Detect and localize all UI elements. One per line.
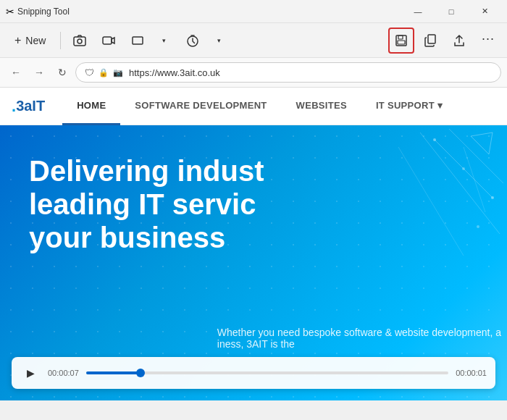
svg-line-10 [420, 133, 500, 234]
svg-point-16 [462, 167, 465, 170]
save-icon [395, 34, 408, 47]
hero-subtitle-1: Whether you need bespoke software & webs… [217, 327, 501, 338]
nav-home[interactable]: HOME [62, 88, 120, 125]
video-button[interactable] [96, 28, 122, 54]
timer-icon [185, 33, 200, 48]
address-bar[interactable]: 🛡 🔒 📷 https://www.3ait.co.uk [75, 62, 501, 83]
video-player: ▶ 00:00:07 00:00:01 [12, 357, 495, 389]
progress-fill [86, 371, 141, 374]
svg-point-14 [433, 138, 436, 141]
hero-title: Delivering indust leading IT servic your… [29, 154, 264, 254]
rect-dropdown-button[interactable]: ▾ [151, 28, 177, 54]
cam-icon: 📷 [113, 68, 123, 77]
site-logo: .3aIT [12, 97, 45, 116]
play-icon: ▶ [27, 367, 35, 379]
share-button[interactable] [446, 28, 472, 54]
share-icon [453, 34, 466, 47]
more-button[interactable]: ··· [475, 28, 501, 54]
nav-it-support[interactable]: IT SUPPORT ▾ [361, 88, 457, 125]
svg-rect-0 [74, 37, 85, 46]
svg-rect-2 [103, 37, 112, 44]
forward-button[interactable]: → [29, 62, 49, 83]
svg-line-13 [398, 147, 464, 256]
camera-button[interactable] [67, 28, 93, 54]
video-icon [101, 33, 116, 48]
svg-rect-7 [398, 41, 405, 44]
svg-rect-8 [428, 35, 435, 43]
toolbar: + New ▾ ▾ [0, 23, 507, 58]
rect-button[interactable] [125, 28, 151, 54]
hero-title-line1: Delivering indust [29, 155, 264, 187]
current-time: 00:00:07 [48, 369, 79, 377]
svg-line-11 [449, 129, 503, 183]
lock-icon: 🔒 [99, 68, 109, 77]
close-button[interactable]: ✕ [468, 0, 501, 23]
url-text: https://www.3ait.co.uk [129, 67, 220, 78]
hero-content: Delivering indust leading IT servic your… [29, 154, 264, 266]
save-button[interactable] [388, 28, 414, 54]
browser-chrome: ← → ↻ 🛡 🔒 📷 https://www.3ait.co.uk [0, 58, 507, 88]
new-plus-icon: + [14, 34, 21, 47]
rect-icon [130, 33, 145, 48]
svg-rect-3 [133, 37, 143, 44]
svg-point-15 [491, 196, 494, 199]
hero-title-line3: your business [29, 222, 225, 253]
hero-decoration [290, 125, 507, 306]
rect-group: ▾ [125, 28, 177, 54]
video-duration: 00:00:01 [456, 369, 487, 377]
copy-icon [424, 34, 437, 47]
timer-group: ▾ [180, 28, 232, 54]
copy-button[interactable] [417, 28, 443, 54]
hero-subtitle-2: iness, 3AIT is the [217, 338, 501, 350]
svg-marker-18 [471, 133, 493, 154]
refresh-button[interactable]: ↻ [52, 62, 72, 83]
logo-text: 3aIT [16, 98, 45, 114]
app-icon: ✂ [6, 6, 14, 17]
shield-icon: 🛡 [85, 67, 94, 78]
browser-nav: ← → ↻ 🛡 🔒 📷 https://www.3ait.co.uk [0, 58, 507, 87]
back-button[interactable]: ← [6, 62, 26, 83]
window-title: Snipping Tool [17, 7, 401, 17]
maximize-button[interactable]: □ [435, 0, 468, 23]
window-controls: — □ ✕ [401, 0, 501, 23]
svg-point-1 [77, 39, 82, 43]
play-button[interactable]: ▶ [20, 363, 41, 383]
svg-point-17 [477, 225, 479, 228]
minimize-button[interactable]: — [401, 0, 435, 23]
nav-software[interactable]: SOFTWARE DEVELOPMENT [120, 88, 281, 125]
timer-dropdown-button[interactable]: ▾ [206, 28, 232, 54]
nav-websites[interactable]: WEBSITES [282, 88, 361, 125]
site-nav: .3aIT HOME SOFTWARE DEVELOPMENT WEBSITES… [0, 88, 507, 125]
timer-button[interactable] [180, 28, 206, 54]
new-label: New [25, 35, 46, 46]
progress-thumb [136, 369, 145, 377]
hero-section: Delivering indust leading IT servic your… [0, 125, 507, 400]
camera-icon [72, 33, 87, 48]
hero-title-line2: leading IT servic [29, 188, 256, 220]
title-bar: ✂ Snipping Tool — □ ✕ [0, 0, 507, 23]
new-button[interactable]: + New [6, 30, 54, 51]
progress-bar[interactable] [86, 371, 448, 374]
svg-line-12 [464, 147, 485, 212]
hero-partial-text: Whether you need bespoke software & webs… [217, 327, 507, 350]
toolbar-separator-1 [60, 32, 61, 49]
